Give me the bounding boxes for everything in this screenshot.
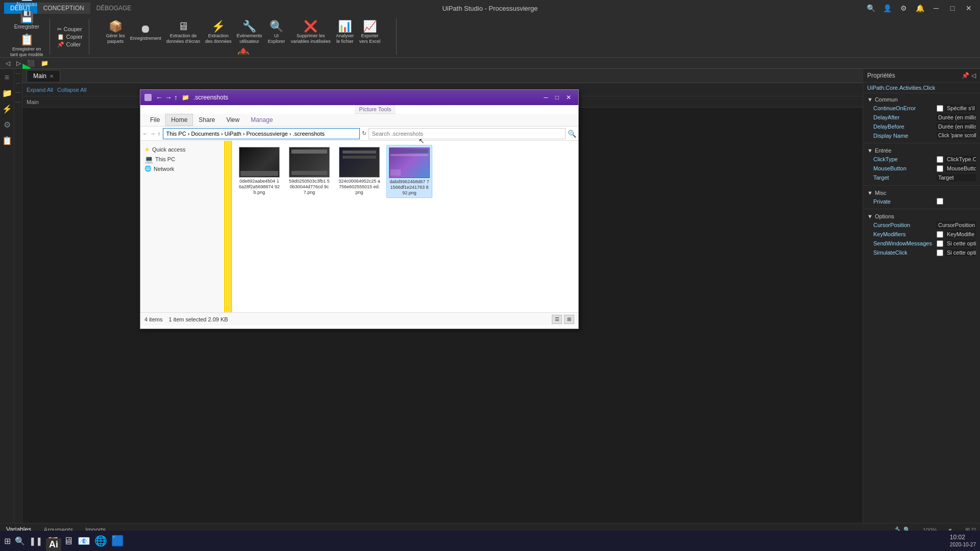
- forward-button[interactable]: ▷: [15, 60, 22, 67]
- account-icon[interactable]: 👤: [880, 3, 894, 13]
- prop-private: Private: [867, 197, 976, 206]
- ui-explorer-button[interactable]: 🔍 UIExplorer: [265, 19, 288, 45]
- nav-quick-access[interactable]: ★ Quick access: [142, 145, 230, 154]
- expand-all-button[interactable]: Expand All: [27, 87, 53, 93]
- entree-section-header[interactable]: ▼ Entrée: [867, 146, 976, 155]
- outlook-taskbar-icon[interactable]: 📧: [78, 535, 90, 547]
- properties-icon[interactable]: ⚙: [4, 120, 11, 130]
- prop-check-continue[interactable]: [937, 105, 943, 112]
- search-taskbar-button[interactable]: 🔍: [15, 536, 25, 546]
- commun-section-header[interactable]: ▼ Commun: [867, 95, 976, 104]
- manage-packages-button[interactable]: 📦 Gérer lespaquets: [104, 19, 127, 45]
- explorer-address-up[interactable]: ↑: [158, 131, 161, 137]
- explorer-tab-share[interactable]: Share: [193, 114, 220, 126]
- props-collapse-icon[interactable]: ◁: [971, 72, 976, 79]
- activities-icon[interactable]: ≡: [5, 73, 9, 82]
- recording-button[interactable]: ⏺ Enregistrement: [128, 21, 163, 42]
- prop-check-simclick[interactable]: [937, 249, 943, 256]
- snippets-icon[interactable]: ⚡: [2, 104, 12, 114]
- options-section-header[interactable]: ▼ Options: [867, 212, 976, 220]
- prop-key-simclick: SimulateClick: [873, 249, 935, 256]
- explorer-forward-icon[interactable]: →: [165, 93, 172, 102]
- file-item-1[interactable]: 0de892aabe4b04 16a28f2a5698874 92b.png: [236, 145, 282, 198]
- cut-button[interactable]: ✂ Couper: [55, 26, 85, 33]
- tab-main-close[interactable]: ✕: [50, 73, 54, 79]
- explorer-back-icon[interactable]: ←: [156, 93, 163, 102]
- explorer-search-icon[interactable]: 🔍: [568, 130, 576, 138]
- explorer-minimize-button[interactable]: ─: [541, 94, 551, 101]
- address-bar-input[interactable]: [163, 128, 360, 139]
- start-button[interactable]: ⊞: [4, 536, 11, 546]
- analyze-file-button[interactable]: 📊 Analyserle fichier: [334, 19, 356, 45]
- back-button[interactable]: ◁: [4, 60, 12, 67]
- copy-button[interactable]: 📋 Copier: [55, 33, 85, 41]
- file-thumb-4: [389, 147, 430, 178]
- commun-label: Commun: [875, 96, 898, 103]
- nav-this-pc[interactable]: 💻 This PC: [142, 154, 230, 164]
- props-pin-icon[interactable]: 📌: [962, 72, 969, 79]
- time-display: 10:02: [950, 534, 965, 541]
- export-excel-button[interactable]: 📈 Exportervers Excel: [357, 19, 383, 45]
- publish-button[interactable]: 📤 Publier: [232, 46, 254, 55]
- prop-check-sendwin[interactable]: [937, 240, 943, 247]
- explorer-tab-manage[interactable]: Manage: [245, 114, 278, 126]
- studio-taskbar-icon[interactable]: 🖥: [63, 535, 74, 547]
- file-thumb-1: [239, 147, 280, 178]
- prop-check-keymod[interactable]: [937, 231, 943, 238]
- status-view-buttons: ☰ ⊞: [552, 315, 574, 324]
- prop-check-private[interactable]: [937, 198, 943, 205]
- status-selected: 1 item selected 2.09 KB: [168, 316, 228, 322]
- explorer-maximize-button[interactable]: □: [552, 94, 562, 101]
- browser-taskbar-icon[interactable]: 🌐: [94, 535, 107, 547]
- explorer-address-back[interactable]: ←: [142, 131, 148, 137]
- icons-view-button[interactable]: ⊞: [564, 315, 574, 324]
- user-events-button[interactable]: 🔧 Évènementsutilisateur: [235, 19, 264, 45]
- save-as-template-button[interactable]: 📋 Enregistrer entant que modèle: [8, 32, 45, 59]
- prop-check-mouse-button[interactable]: [937, 165, 943, 172]
- explorer-search-input[interactable]: [369, 128, 566, 139]
- thumb-bar-3: [342, 151, 376, 154]
- search-icon[interactable]: 🔍: [864, 3, 878, 13]
- new-button[interactable]: 📄 Nouveau: [14, 0, 39, 9]
- file-item-2[interactable]: 59d0250503c3fb1 50b30044d776cd 9c7.png: [286, 145, 332, 198]
- paste-button[interactable]: 📌 Coller: [55, 41, 85, 48]
- explorer-title-icon: 📁: [182, 94, 189, 101]
- explorer-up-icon[interactable]: ↑: [174, 93, 178, 102]
- outline-icon[interactable]: 📋: [2, 136, 12, 145]
- explorer-tab-file[interactable]: File: [144, 114, 165, 126]
- misc-section-header[interactable]: ▼ Misc: [867, 189, 976, 197]
- maximize-button[interactable]: □: [945, 3, 960, 13]
- minimize-button[interactable]: ─: [929, 3, 943, 13]
- file-item-3[interactable]: 324c00064952c25 a756e602555015 ed.png: [336, 145, 382, 198]
- date-display: 2020-10-27: [950, 542, 976, 547]
- ribbon-group-clipboard: ✂ Couper 📋 Copier 📌 Coller: [51, 19, 89, 55]
- tab-main[interactable]: Main ✕: [27, 70, 60, 82]
- prop-check-click-type[interactable]: [937, 156, 943, 163]
- prop-val-delay-after: Durée (en millis: [937, 114, 976, 121]
- explorer-tab-view[interactable]: View: [220, 114, 245, 126]
- explorer-close-button[interactable]: ✕: [563, 94, 574, 101]
- tab-conception[interactable]: CONCEPTION: [37, 3, 90, 14]
- taskview-button[interactable]: ❚❚: [29, 536, 42, 546]
- options-label: Options: [875, 213, 894, 219]
- remove-unused-vars-button[interactable]: ❌ Supprimer lesvariables inutilisées: [289, 19, 333, 45]
- explorer-tab-home[interactable]: Home: [165, 114, 193, 126]
- nav-network[interactable]: 🌐 Network: [142, 164, 230, 173]
- activity-title: UiPath.Core.Activities.Click: [867, 85, 935, 91]
- uipath-taskbar-icon[interactable]: 🟦: [111, 535, 124, 547]
- notification-icon[interactable]: 🔔: [913, 3, 927, 13]
- explorer-refresh-icon[interactable]: ↻: [362, 130, 366, 137]
- analyze-icon: 📊: [338, 20, 352, 33]
- explorer-address-forward[interactable]: →: [150, 131, 156, 137]
- screen-scraping-button[interactable]: 🖥 Extraction dedonnées d'écran: [164, 19, 202, 45]
- save-button[interactable]: 💾 Enregistrer: [12, 10, 41, 31]
- ai-label: Ai: [46, 538, 61, 551]
- details-view-button[interactable]: ☰: [552, 315, 562, 324]
- file-item-4[interactable]: dabd99624b8d67 71566df1e241763 892.png: [386, 145, 432, 198]
- settings-icon[interactable]: ⚙: [896, 3, 911, 13]
- collapse-all-button[interactable]: Collapse All: [57, 87, 86, 93]
- close-button[interactable]: ✕: [962, 3, 976, 13]
- tab-debogage[interactable]: DÉBOGAGE: [90, 3, 138, 14]
- data-scraping-button[interactable]: ⚡ Extractiondes données: [203, 19, 234, 45]
- project-icon[interactable]: 📁: [2, 88, 12, 98]
